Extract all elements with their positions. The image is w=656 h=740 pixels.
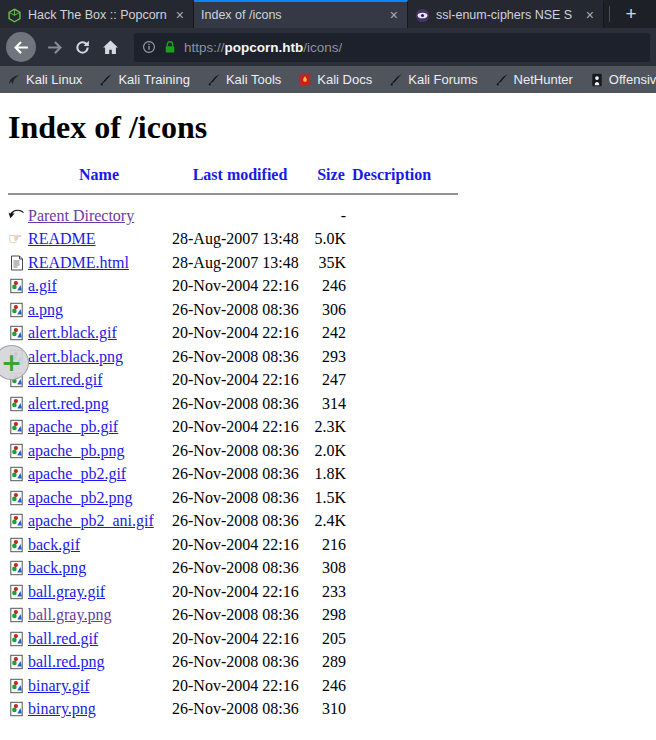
tab-close-button[interactable]: × — [388, 8, 400, 22]
file-link[interactable]: a.png — [28, 301, 63, 318]
sort-by-description-link[interactable]: Description — [352, 166, 431, 183]
reload-button[interactable] — [68, 33, 96, 61]
bookmark-nethunter[interactable]: NetHunter — [495, 72, 573, 87]
file-description — [352, 533, 458, 557]
file-link[interactable]: binary.png — [28, 700, 96, 717]
file-description — [352, 251, 458, 275]
file-link[interactable]: apache_pb2.gif — [28, 465, 126, 482]
last-modified: 20-Nov-2004 22:16 — [170, 416, 310, 440]
bookmark-kali-linux[interactable]: Kali Linux — [7, 72, 82, 87]
sort-by-modified-link[interactable]: Last modified — [193, 166, 288, 183]
tab-2[interactable]: Index of /icons× — [194, 0, 408, 28]
file-link[interactable]: alert.red.gif — [28, 371, 103, 388]
site-info-icon[interactable] — [142, 40, 156, 54]
file-row: Parent Directory- — [8, 204, 458, 228]
last-modified: 26-Nov-2008 08:36 — [170, 604, 310, 628]
image-file-icon — [8, 559, 25, 576]
last-modified: 26-Nov-2008 08:36 — [170, 557, 310, 581]
last-modified: 20-Nov-2004 22:16 — [170, 322, 310, 346]
tab-close-button[interactable]: × — [584, 8, 596, 22]
last-modified: 20-Nov-2004 22:16 — [170, 580, 310, 604]
tab-1[interactable]: Hack The Box :: Popcorn× — [0, 0, 194, 28]
last-modified — [170, 204, 310, 228]
file-link[interactable]: Parent Directory — [28, 207, 134, 224]
bookmark-kali-training[interactable]: Kali Training — [99, 72, 190, 87]
file-size: 310 — [310, 698, 352, 722]
file-row: apache_pb.gif20-Nov-2004 22:162.3K — [8, 416, 458, 440]
new-tab-button[interactable]: + — [615, 0, 647, 28]
home-button[interactable] — [96, 33, 124, 61]
file-description — [352, 486, 458, 510]
tab-3[interactable]: ssl-enum-ciphers NSE S× — [408, 0, 604, 28]
bookmark-offensive-s[interactable]: Offensive S — [590, 72, 656, 87]
file-description — [352, 322, 458, 346]
file-link[interactable]: README — [28, 230, 96, 247]
last-modified: 26-Nov-2008 08:36 — [170, 345, 310, 369]
image-file-icon — [8, 277, 25, 294]
bookmark-label: Kali Docs — [317, 72, 372, 87]
offsec-icon — [590, 73, 604, 87]
hand-pointer-icon: ☞ — [8, 230, 22, 247]
sort-by-size-link[interactable]: Size — [317, 166, 345, 183]
file-link[interactable]: ball.gray.png — [28, 606, 111, 623]
file-description — [352, 580, 458, 604]
file-description — [352, 416, 458, 440]
file-row: alert.black.png26-Nov-2008 08:36293 — [8, 345, 458, 369]
file-row: alert.red.png26-Nov-2008 08:36314 — [8, 392, 458, 416]
last-modified: 26-Nov-2008 08:36 — [170, 439, 310, 463]
image-file-icon — [8, 700, 25, 717]
text-file-icon — [8, 254, 25, 271]
file-link[interactable]: apache_pb.png — [28, 442, 124, 459]
tab-close-button[interactable]: × — [174, 8, 186, 22]
file-size: 5.0K — [310, 228, 352, 252]
bookmark-label: Kali Tools — [226, 72, 281, 87]
file-size: 35K — [310, 251, 352, 275]
padlock-icon[interactable] — [163, 40, 177, 54]
image-file-icon — [8, 630, 25, 647]
kali-swoosh-icon — [495, 73, 509, 87]
bookmark-kali-tools[interactable]: Kali Tools — [207, 72, 281, 87]
file-link[interactable]: ball.gray.gif — [28, 583, 105, 600]
bookmark-kali-docs[interactable]: Kali Docs — [298, 72, 372, 87]
file-link[interactable]: alert.black.gif — [28, 324, 117, 341]
file-row: alert.black.gif20-Nov-2004 22:16242 — [8, 322, 458, 346]
file-size: 2.0K — [310, 439, 352, 463]
file-link[interactable]: alert.red.png — [28, 395, 109, 412]
file-link[interactable]: apache_pb2_ani.gif — [28, 512, 154, 529]
tab-title: Hack The Box :: Popcorn — [28, 8, 168, 22]
tab-title: Index of /icons — [201, 8, 382, 22]
file-size: 2.4K — [310, 510, 352, 534]
file-link[interactable]: a.gif — [28, 277, 57, 294]
image-file-icon — [8, 606, 25, 623]
file-size: 246 — [310, 674, 352, 698]
file-row: README.html28-Aug-2007 13:4835K — [8, 251, 458, 275]
file-link[interactable]: README.html — [28, 254, 129, 271]
file-link[interactable]: ball.red.png — [28, 653, 104, 670]
file-link[interactable]: back.png — [28, 559, 86, 576]
nmap-eye-icon — [415, 8, 430, 23]
back-button[interactable] — [6, 32, 36, 62]
file-link[interactable]: alert.black.png — [28, 348, 123, 365]
file-description — [352, 651, 458, 675]
file-link[interactable]: ball.red.gif — [28, 630, 98, 647]
file-size: 293 — [310, 345, 352, 369]
bookmark-kali-forums[interactable]: Kali Forums — [389, 72, 477, 87]
file-link[interactable]: apache_pb.gif — [28, 418, 118, 435]
file-link[interactable]: apache_pb2.png — [28, 489, 132, 506]
file-link[interactable]: back.gif — [28, 536, 80, 553]
file-link[interactable]: binary.gif — [28, 677, 90, 694]
file-size: 314 — [310, 392, 352, 416]
image-file-icon — [8, 653, 25, 670]
file-description — [352, 674, 458, 698]
image-file-icon — [8, 301, 25, 318]
page-title: Index of /icons — [8, 93, 656, 166]
file-description — [352, 627, 458, 651]
file-size: 205 — [310, 627, 352, 651]
file-description — [352, 463, 458, 487]
file-row: ☞README28-Aug-2007 13:485.0K — [8, 228, 458, 252]
address-bar[interactable]: https://popcorn.htb/icons/ — [134, 33, 650, 62]
sort-by-name-link[interactable]: Name — [79, 166, 119, 183]
image-file-icon — [8, 677, 25, 694]
bookmark-label: Kali Linux — [26, 72, 82, 87]
forward-button[interactable] — [40, 33, 68, 61]
